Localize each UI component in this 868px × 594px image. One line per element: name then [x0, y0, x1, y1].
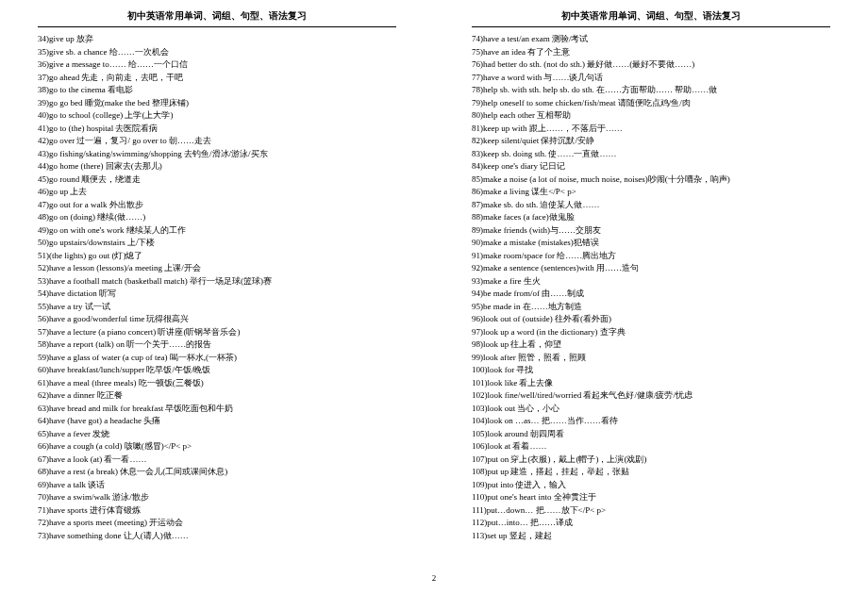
entry: 105)look around 朝四周看	[472, 428, 830, 441]
entry: 66)have a cough (a cold) 咳嗽(感冒)</P< p>	[38, 440, 396, 454]
entry: 84)keep one's diary 记日记	[472, 160, 830, 173]
entry: 81)keep up with 跟上……，不落后于……	[472, 123, 830, 136]
entry: 64)have (have got) a headache 头痛	[38, 415, 396, 428]
entry: 39)go go bed 睡觉(make the bed 整理床铺)	[38, 97, 396, 110]
entry: 71)have sports 进行体育锻炼	[38, 504, 396, 518]
entry: 38)go to the cinema 看电影	[38, 84, 396, 97]
entry: 98)look up 往上看，仰望	[472, 338, 830, 352]
entry: 113)set up 竖起，建起	[472, 530, 830, 543]
entry: 111)put…down… 把……放下</P< p>	[472, 504, 830, 518]
entry: 68)have a rest (a break) 休息一会儿(工间或课间休息)	[38, 466, 396, 479]
entry: 65)have a fever 发烧	[38, 428, 396, 441]
entry: 77)have a word with 与……谈几句话	[472, 72, 830, 85]
entry: 72)have a sports meet (meeting) 开运动会	[38, 517, 396, 530]
entry: 54)have dictation 听写	[38, 288, 396, 301]
entry: 97)look up a word (in the dictionary) 查字…	[472, 326, 830, 339]
entry: 45)go round 顺便去，绕道走	[38, 173, 396, 187]
entry: 104)look on …as… 把……当作……看待	[472, 415, 830, 428]
entry: 63)have bread and milk for breakfast 早饭吃…	[38, 403, 396, 416]
header-rule-right	[472, 26, 830, 27]
entry: 106)look at 看着……	[472, 440, 830, 454]
entry: 47)go out for a walk 外出散步	[38, 199, 396, 212]
entry: 44)go home (there) 回家去(去那儿)	[38, 160, 396, 173]
entry: 41)go to (the) hospital 去医院看病	[38, 123, 396, 136]
entry: 89)make friends (with)与……交朋友	[472, 224, 830, 238]
entry: 48)go on (doing) 继续(做……)	[38, 211, 396, 224]
entry: 80)help each other 互相帮助	[472, 109, 830, 123]
entry: 110)put one's heart into 全神贯注于	[472, 491, 830, 504]
entry: 94)be made from/of 由……制成	[472, 288, 830, 301]
entry: 49)go on with one's work 继续某人的工作	[38, 224, 396, 238]
entry: 34)give up 放弃	[38, 33, 396, 46]
entry: 107)put on 穿上(衣服)，戴上(帽子)，上演(戏剧)	[472, 454, 830, 467]
entry: 73)have something done 让人(请人)做……	[38, 530, 396, 543]
entry: 35)give sb. a chance 给……一次机会	[38, 46, 396, 59]
entry: 79)help oneself to some chicken/fish/mea…	[472, 97, 830, 110]
entry: 112)put…into… 把……译成	[472, 517, 830, 530]
header-rule-left	[38, 26, 396, 27]
entry: 99)look after 照管，照看，照顾	[472, 352, 830, 365]
entry: 58)have a report (talk) on 听一个关于……的报告	[38, 338, 396, 352]
entry: 69)have a talk 谈话	[38, 479, 396, 492]
entry: 43)go fishing/skating/swimming/shopping …	[38, 148, 396, 161]
entry: 60)have breakfast/lunch/supper 吃早饭/午饭/晚饭	[38, 364, 396, 377]
right-column: 初中英语常用单词、词组、句型、语法复习 74)have a test/an ex…	[434, 0, 868, 594]
right-list: 74)have a test/an exam 测验/考试75)have an i…	[472, 33, 830, 542]
entry: 57)have a lecture (a piano concert) 听讲座(…	[38, 326, 396, 339]
entry: 103)look out 当心，小心	[472, 403, 830, 416]
entry: 95)be made in 在……地方制造	[472, 301, 830, 314]
entry: 56)have a good/wonderful time 玩得很高兴	[38, 313, 396, 326]
entry: 109)put into 使进入，输入	[472, 479, 830, 492]
entry: 62)have a dinner 吃正餐	[38, 389, 396, 403]
entry: 52)have a lesson (lessons)/a meeting 上课/…	[38, 262, 396, 275]
column-header-left: 初中英语常用单词、词组、句型、语法复习	[38, 9, 396, 23]
entry: 59)have a glass of water (a cup of tea) …	[38, 352, 396, 365]
entry: 70)have a swim/walk 游泳/散步	[38, 491, 396, 504]
entry: 101)look like 看上去像	[472, 377, 830, 390]
entry: 42)go over 过一遍，复习/ go over to 朝……走去	[38, 135, 396, 148]
entry: 40)go to school (college) 上学(上大学)	[38, 109, 396, 123]
entry: 90)make a mistake (mistakes)犯错误	[472, 237, 830, 250]
entry: 86)make a living 谋生</P< p>	[472, 186, 830, 199]
entry: 37)go ahead 先走，向前走，去吧，干吧	[38, 72, 396, 85]
entry: 51)(the lights) go out (灯)熄了	[38, 250, 396, 263]
entry: 61)have a meal (three meals) 吃一顿饭(三餐饭)	[38, 377, 396, 390]
entry: 53)have a football match (basketball mat…	[38, 275, 396, 289]
entry: 74)have a test/an exam 测验/考试	[472, 33, 830, 46]
column-header-right: 初中英语常用单词、词组、句型、语法复习	[472, 9, 830, 23]
entry: 100)look for 寻找	[472, 364, 830, 377]
entry: 50)go upstairs/downstairs 上/下楼	[38, 237, 396, 250]
entry: 55)have a try 试一试	[38, 301, 396, 314]
entry: 83)keep sb. doing sth. 使……一直做……	[472, 148, 830, 161]
entry: 78)help sb. with sth. help sb. do sth. 在…	[472, 84, 830, 97]
entry: 36)give a message to…… 给……一个口信	[38, 58, 396, 72]
entry: 82)keep silent/quiet 保持沉默/安静	[472, 135, 830, 148]
entry: 92)make a sentence (sentences)with 用……造句	[472, 262, 830, 275]
left-column: 初中英语常用单词、词组、句型、语法复习 34)give up 放弃35)give…	[0, 0, 434, 594]
page-number: 2	[0, 573, 868, 583]
entry: 91)make room/space for 给……腾出地方	[472, 250, 830, 263]
entry: 75)have an idea 有了个主意	[472, 46, 830, 59]
entry: 76)had better do sth. (not do sth.) 最好做……	[472, 58, 830, 72]
entry: 85)make a noise (a lot of noise, much no…	[472, 173, 830, 187]
left-list: 34)give up 放弃35)give sb. a chance 给……一次机…	[38, 33, 396, 542]
entry: 102)look fine/well/tired/worried 看起来气色好/…	[472, 389, 830, 403]
entry: 46)go up 上去	[38, 186, 396, 199]
entry: 96)look out of (outside) 往外看(看外面)	[472, 313, 830, 326]
entry: 93)make a fire 生火	[472, 275, 830, 289]
entry: 108)put up 建造，搭起，挂起，举起，张贴	[472, 466, 830, 479]
entry: 87)make sb. do sth. 迫使某人做……	[472, 199, 830, 212]
entry: 67)have a look (at) 看一看……	[38, 454, 396, 467]
page: 初中英语常用单词、词组、句型、语法复习 34)give up 放弃35)give…	[0, 0, 868, 594]
entry: 88)make faces (a face)做鬼脸	[472, 211, 830, 224]
